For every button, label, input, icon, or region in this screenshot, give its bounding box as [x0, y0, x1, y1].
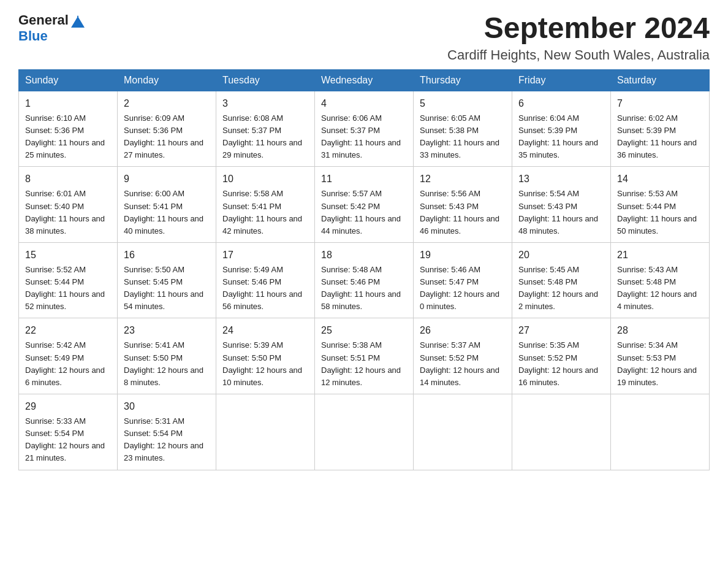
logo-triangle-right: [77, 15, 85, 28]
header-monday: Monday: [118, 69, 216, 91]
calendar-cell: [414, 394, 512, 470]
day-number: 17: [222, 248, 308, 262]
day-number: 13: [518, 172, 604, 186]
day-info: Sunrise: 5:41 AMSunset: 5:50 PMDaylight:…: [124, 340, 203, 386]
logo: General Blue: [18, 12, 85, 44]
day-number: 14: [617, 172, 703, 186]
logo-blue-text: Blue: [18, 28, 48, 44]
day-info: Sunrise: 5:38 AMSunset: 5:51 PMDaylight:…: [321, 340, 401, 386]
day-number: 8: [25, 172, 111, 186]
calendar-cell: 18 Sunrise: 5:48 AMSunset: 5:46 PMDaylig…: [315, 242, 414, 318]
calendar-cell: 14 Sunrise: 5:53 AMSunset: 5:44 PMDaylig…: [611, 167, 710, 243]
header-sunday: Sunday: [19, 69, 118, 91]
day-info: Sunrise: 6:09 AMSunset: 5:36 PMDaylight:…: [124, 113, 203, 159]
week-row-5: 29 Sunrise: 5:33 AMSunset: 5:54 PMDaylig…: [19, 394, 710, 470]
day-number: 21: [617, 248, 703, 262]
calendar-cell: [512, 394, 611, 470]
calendar-cell: 25 Sunrise: 5:38 AMSunset: 5:51 PMDaylig…: [315, 318, 414, 394]
logo-general-text: General: [18, 12, 69, 28]
week-row-4: 22 Sunrise: 5:42 AMSunset: 5:49 PMDaylig…: [19, 318, 710, 394]
calendar-cell: 29 Sunrise: 5:33 AMSunset: 5:54 PMDaylig…: [19, 394, 118, 470]
header-thursday: Thursday: [414, 69, 512, 91]
day-info: Sunrise: 5:43 AMSunset: 5:48 PMDaylight:…: [617, 265, 697, 311]
calendar-cell: 5 Sunrise: 6:05 AMSunset: 5:38 PMDayligh…: [414, 91, 512, 167]
day-info: Sunrise: 6:08 AMSunset: 5:37 PMDaylight:…: [222, 113, 302, 159]
day-number: 19: [420, 248, 506, 262]
day-number: 10: [222, 172, 308, 186]
day-number: 4: [321, 96, 407, 111]
calendar-cell: 21 Sunrise: 5:43 AMSunset: 5:48 PMDaylig…: [611, 242, 710, 318]
day-info: Sunrise: 5:34 AMSunset: 5:53 PMDaylight:…: [617, 340, 697, 386]
calendar-cell: 20 Sunrise: 5:45 AMSunset: 5:48 PMDaylig…: [512, 242, 611, 318]
day-info: Sunrise: 5:49 AMSunset: 5:46 PMDaylight:…: [222, 265, 302, 311]
day-info: Sunrise: 5:31 AMSunset: 5:54 PMDaylight:…: [124, 416, 203, 462]
calendar-cell: 8 Sunrise: 6:01 AMSunset: 5:40 PMDayligh…: [19, 167, 118, 243]
calendar-cell: 30 Sunrise: 5:31 AMSunset: 5:54 PMDaylig…: [118, 394, 216, 470]
day-number: 5: [420, 96, 506, 111]
day-number: 9: [124, 172, 210, 186]
calendar-cell: 12 Sunrise: 5:56 AMSunset: 5:43 PMDaylig…: [414, 167, 512, 243]
day-number: 7: [617, 96, 703, 111]
calendar-cell: 22 Sunrise: 5:42 AMSunset: 5:49 PMDaylig…: [19, 318, 118, 394]
day-number: 15: [25, 248, 111, 262]
day-info: Sunrise: 6:01 AMSunset: 5:40 PMDaylight:…: [25, 189, 105, 235]
day-info: Sunrise: 6:05 AMSunset: 5:38 PMDaylight:…: [420, 113, 499, 159]
calendar-cell: 19 Sunrise: 5:46 AMSunset: 5:47 PMDaylig…: [414, 242, 512, 318]
calendar-cell: 4 Sunrise: 6:06 AMSunset: 5:37 PMDayligh…: [315, 91, 414, 167]
day-number: 28: [617, 323, 703, 338]
calendar-cell: 1 Sunrise: 6:10 AMSunset: 5:36 PMDayligh…: [19, 91, 118, 167]
calendar-cell: 13 Sunrise: 5:54 AMSunset: 5:43 PMDaylig…: [512, 167, 611, 243]
calendar-cell: 27 Sunrise: 5:35 AMSunset: 5:52 PMDaylig…: [512, 318, 611, 394]
day-info: Sunrise: 6:02 AMSunset: 5:39 PMDaylight:…: [617, 113, 697, 159]
day-info: Sunrise: 6:00 AMSunset: 5:41 PMDaylight:…: [124, 189, 203, 235]
calendar-cell: 17 Sunrise: 5:49 AMSunset: 5:46 PMDaylig…: [216, 242, 315, 318]
week-row-1: 1 Sunrise: 6:10 AMSunset: 5:36 PMDayligh…: [19, 91, 710, 167]
calendar-cell: 11 Sunrise: 5:57 AMSunset: 5:42 PMDaylig…: [315, 167, 414, 243]
day-info: Sunrise: 5:57 AMSunset: 5:42 PMDaylight:…: [321, 189, 401, 235]
week-row-3: 15 Sunrise: 5:52 AMSunset: 5:44 PMDaylig…: [19, 242, 710, 318]
day-info: Sunrise: 5:53 AMSunset: 5:44 PMDaylight:…: [617, 189, 697, 235]
day-number: 2: [124, 96, 210, 111]
day-info: Sunrise: 5:58 AMSunset: 5:41 PMDaylight:…: [222, 189, 302, 235]
header-tuesday: Tuesday: [216, 69, 315, 91]
calendar-cell: 15 Sunrise: 5:52 AMSunset: 5:44 PMDaylig…: [19, 242, 118, 318]
day-info: Sunrise: 5:48 AMSunset: 5:46 PMDaylight:…: [321, 265, 401, 311]
day-number: 6: [518, 96, 604, 111]
day-number: 12: [420, 172, 506, 186]
calendar-cell: 24 Sunrise: 5:39 AMSunset: 5:50 PMDaylig…: [216, 318, 315, 394]
calendar-cell: [315, 394, 414, 470]
day-info: Sunrise: 5:39 AMSunset: 5:50 PMDaylight:…: [222, 340, 302, 386]
calendar-cell: [216, 394, 315, 470]
day-info: Sunrise: 5:54 AMSunset: 5:43 PMDaylight:…: [518, 189, 598, 235]
day-number: 26: [420, 323, 506, 338]
day-number: 3: [222, 96, 308, 111]
day-number: 25: [321, 323, 407, 338]
calendar-cell: 26 Sunrise: 5:37 AMSunset: 5:52 PMDaylig…: [414, 318, 512, 394]
day-number: 18: [321, 248, 407, 262]
calendar-cell: 9 Sunrise: 6:00 AMSunset: 5:41 PMDayligh…: [118, 167, 216, 243]
day-number: 1: [25, 96, 111, 111]
day-info: Sunrise: 5:46 AMSunset: 5:47 PMDaylight:…: [420, 265, 499, 311]
header-saturday: Saturday: [611, 69, 710, 91]
page-header: General Blue September 2024 Cardiff Heig…: [18, 12, 710, 63]
day-info: Sunrise: 5:45 AMSunset: 5:48 PMDaylight:…: [518, 265, 598, 311]
day-info: Sunrise: 5:33 AMSunset: 5:54 PMDaylight:…: [25, 416, 105, 462]
calendar-cell: 3 Sunrise: 6:08 AMSunset: 5:37 PMDayligh…: [216, 91, 315, 167]
day-number: 23: [124, 323, 210, 338]
day-number: 29: [25, 399, 111, 414]
calendar-table: SundayMondayTuesdayWednesdayThursdayFrid…: [18, 69, 710, 470]
day-info: Sunrise: 5:50 AMSunset: 5:45 PMDaylight:…: [124, 265, 203, 311]
day-number: 16: [124, 248, 210, 262]
day-number: 27: [518, 323, 604, 338]
day-info: Sunrise: 5:56 AMSunset: 5:43 PMDaylight:…: [420, 189, 499, 235]
header-wednesday: Wednesday: [315, 69, 414, 91]
title-section: September 2024 Cardiff Heights, New Sout…: [447, 12, 710, 63]
day-number: 24: [222, 323, 308, 338]
month-title: September 2024: [447, 12, 710, 45]
day-info: Sunrise: 6:10 AMSunset: 5:36 PMDaylight:…: [25, 113, 105, 159]
day-info: Sunrise: 5:52 AMSunset: 5:44 PMDaylight:…: [25, 265, 105, 311]
day-number: 11: [321, 172, 407, 186]
day-number: 22: [25, 323, 111, 338]
day-info: Sunrise: 6:04 AMSunset: 5:39 PMDaylight:…: [518, 113, 598, 159]
logo-triangles: [70, 14, 85, 26]
